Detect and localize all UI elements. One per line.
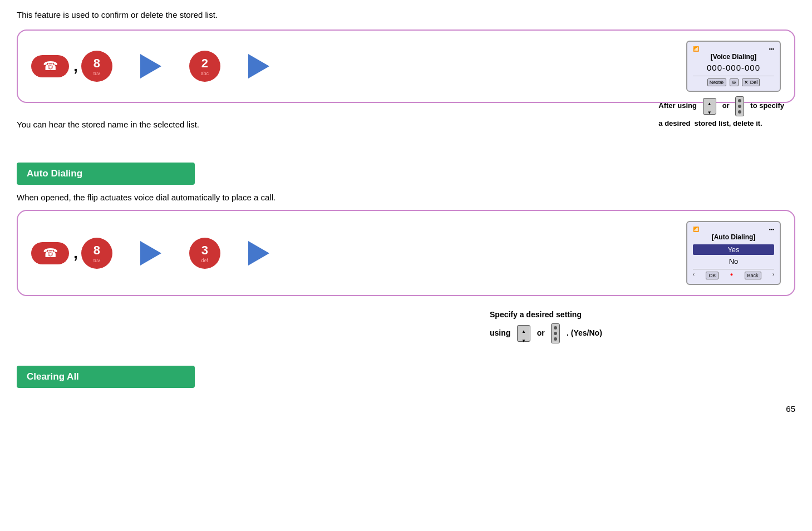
softkey-back-left: ‹ <box>693 272 695 279</box>
arrow-2 <box>248 54 269 78</box>
key-8-button: 8 tuv <box>81 51 112 82</box>
voice-dialing-diagram: ☎ , 8 tuv 2 abc <box>17 30 795 103</box>
key-3-label: 3 <box>201 243 208 258</box>
key-8-label: 8 <box>93 56 100 71</box>
page-number: 65 <box>786 404 795 414</box>
battery-icon: ▪▪▪ <box>769 46 774 52</box>
arrow-3 <box>140 241 161 266</box>
signal-icon: 📶 <box>693 46 699 52</box>
auto-dialing-section: Auto Dialing When opened, the flip actua… <box>17 163 795 343</box>
auto-screen-softkeys: ‹ OK ● Back › <box>693 269 774 279</box>
desc-or-1: or <box>722 101 730 110</box>
key-2-label: 2 <box>201 56 208 71</box>
intro-text: This feature is used to confirm or delet… <box>17 10 795 19</box>
auto-screen-yes: Yes <box>693 244 774 255</box>
softkey-next: Next⊕ <box>707 78 727 86</box>
battery-icon-2: ▪▪▪ <box>769 227 774 232</box>
softkey-red: ● <box>730 272 733 279</box>
comma-separator: , <box>73 57 78 75</box>
desc-after-using: After using <box>658 101 697 110</box>
softkey-back-right: › <box>772 272 774 279</box>
auto-screen-no: No <box>693 256 774 267</box>
clearing-all-section: Clearing All <box>17 366 795 396</box>
desc-to-specify: to specify <box>750 101 784 110</box>
end-call-button-2: ☎ <box>31 242 69 264</box>
key-8-label-2: 8 <box>93 243 100 258</box>
key-3-button: 3 def <box>189 238 220 269</box>
desc-using: using <box>490 328 510 337</box>
voice-dialing-screen: 📶 ▪▪▪ [Voice Dialing] 000-000-000 Next⊕ … <box>686 41 781 92</box>
desc-specify: Specify a desired setting <box>490 310 582 319</box>
desc-or-2: or <box>537 328 545 337</box>
rocker-icon-2 <box>551 323 560 343</box>
auto-screen-title: [Auto Dialing] <box>693 233 774 241</box>
screen-softkeys: Next⊕ ⊜ ✕ Del <box>693 76 774 86</box>
screen-title: [Voice Dialing] <box>693 53 774 61</box>
key-8-sub: tuv <box>93 71 100 76</box>
key-8-button-2: 8 tuv <box>81 238 112 269</box>
desc-yesno: . (Yes/No) <box>567 328 602 337</box>
softkey-ok: OK <box>706 272 719 279</box>
auto-dialing-header: Auto Dialing <box>17 163 195 185</box>
key-3-sub: def <box>201 258 209 263</box>
end-call-button: ☎ <box>31 55 69 77</box>
key-8-sub-2: tuv <box>93 258 100 263</box>
arrow-4 <box>248 241 269 266</box>
signal-icon-2: 📶 <box>693 227 699 232</box>
screen-number: 000-000-000 <box>693 63 774 72</box>
nav-updown-icon: ▲ ▼ <box>703 98 716 115</box>
clearing-all-header: Clearing All <box>17 366 195 388</box>
key-2-sub: abc <box>201 71 209 76</box>
auto-dialing-diagram: ☎ , 8 tuv 3 def <box>17 210 795 296</box>
softkey-del: ✕ Del <box>742 78 760 86</box>
nav-updown-icon-2: ▲ ▼ <box>517 325 530 342</box>
rocker-icon <box>735 96 744 116</box>
voice-dialing-desc: After using ▲ ▼ or to specify a desired … <box>658 96 784 131</box>
auto-dialing-desc: Specify a desired setting using ▲ ▼ or <box>17 306 795 343</box>
auto-dialing-screen: 📶 ▪▪▪ [Auto Dialing] Yes No ‹ OK ● Back … <box>686 221 781 285</box>
desc-stored-list: a desired stored list, delete it. <box>658 119 762 127</box>
comma-separator-2: , <box>73 244 78 262</box>
auto-dialing-body: When opened, the flip actuates voice dia… <box>17 193 795 202</box>
key-2-button: 2 abc <box>189 51 220 82</box>
softkey-store: ⊜ <box>730 78 739 86</box>
arrow-1 <box>140 54 161 78</box>
softkey-back: Back <box>745 272 761 279</box>
